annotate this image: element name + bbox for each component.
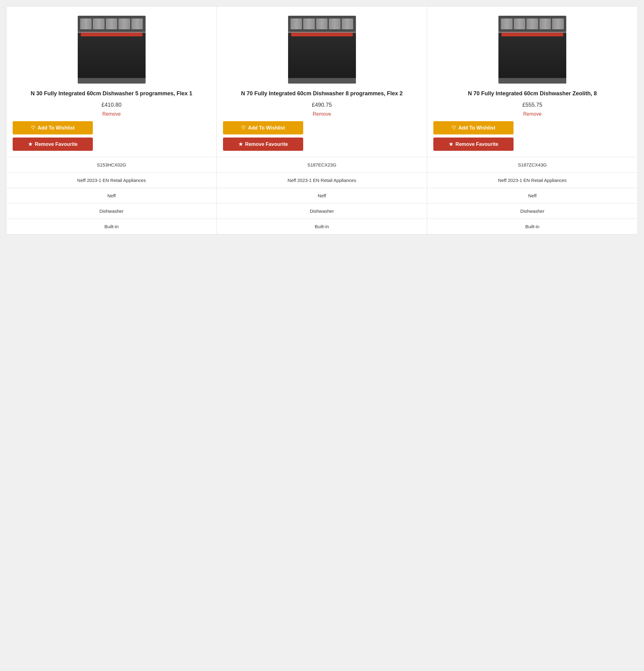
heart-icon: ♡ bbox=[31, 125, 35, 131]
star-icon: ★ bbox=[449, 141, 453, 147]
brand-row: Neff bbox=[7, 188, 216, 203]
dishwasher-handle bbox=[502, 33, 563, 36]
product-image-container bbox=[217, 7, 427, 87]
product-info: N 70 Fully Integrated 60cm Dishwasher 8 … bbox=[217, 87, 427, 157]
wishlist-label: Add To Wishlist bbox=[248, 125, 285, 131]
product-title: N 70 Fully Integrated 60cm Dishwasher Ze… bbox=[433, 90, 631, 98]
type-row: Built-in bbox=[217, 219, 427, 234]
remove-fav-label: Remove Favourite bbox=[35, 141, 78, 147]
star-icon: ★ bbox=[238, 141, 243, 147]
rack-item bbox=[552, 18, 564, 29]
dishwasher-bottom-bar bbox=[498, 78, 566, 84]
details-section: S153HCX02G Neff 2023-1 EN Retail Applian… bbox=[7, 157, 216, 234]
remove-link[interactable]: Remove bbox=[433, 111, 631, 117]
dishwasher-top bbox=[288, 16, 356, 33]
product-price: £555.75 bbox=[433, 102, 631, 108]
rack-item bbox=[80, 18, 92, 29]
remove-link[interactable]: Remove bbox=[13, 111, 210, 117]
dishwasher-handle bbox=[81, 33, 142, 36]
rack-item bbox=[514, 18, 526, 29]
wishlist-label: Add To Wishlist bbox=[38, 125, 75, 131]
wishlist-label: Add To Wishlist bbox=[458, 125, 495, 131]
sku-row: S187ZCX43G bbox=[427, 157, 637, 173]
category-row: Dishwasher bbox=[217, 203, 427, 219]
star-icon: ★ bbox=[28, 141, 33, 147]
rack-item bbox=[501, 18, 513, 29]
dishwasher-door bbox=[78, 37, 146, 84]
heart-icon: ♡ bbox=[452, 125, 456, 131]
remove-favourite-button[interactable]: ★ Remove Favourite bbox=[433, 138, 514, 151]
dishwasher-door bbox=[498, 37, 566, 84]
brand-row: Neff bbox=[217, 188, 427, 203]
rack-item bbox=[329, 18, 341, 29]
product-price: £490.75 bbox=[223, 102, 421, 108]
category-row: Dishwasher bbox=[7, 203, 216, 219]
dishwasher-door bbox=[288, 37, 356, 84]
rack-item bbox=[93, 18, 104, 29]
remove-link[interactable]: Remove bbox=[223, 111, 421, 117]
product-card-3: N 70 Fully Integrated 60cm Dishwasher Ze… bbox=[427, 7, 637, 234]
add-to-wishlist-button[interactable]: ♡ Add To Wishlist bbox=[433, 121, 514, 135]
product-image bbox=[498, 16, 566, 84]
dishwasher-top bbox=[498, 16, 566, 33]
product-price: £410.80 bbox=[13, 102, 210, 108]
category-row: Dishwasher bbox=[427, 203, 637, 219]
catalog-row: Neff 2023-1 EN Retail Appliances bbox=[217, 173, 427, 188]
add-to-wishlist-button[interactable]: ♡ Add To Wishlist bbox=[223, 121, 303, 135]
type-row: Built-in bbox=[7, 219, 216, 234]
details-section: S187ZCX43G Neff 2023-1 EN Retail Applian… bbox=[427, 157, 637, 234]
product-image bbox=[78, 16, 146, 84]
rack-item bbox=[303, 18, 315, 29]
rack-item bbox=[316, 18, 328, 29]
rack-item bbox=[291, 18, 302, 29]
dishwasher-bottom-bar bbox=[288, 78, 356, 84]
rack-item bbox=[106, 18, 117, 29]
add-to-wishlist-button[interactable]: ♡ Add To Wishlist bbox=[13, 121, 93, 135]
product-info: N 70 Fully Integrated 60cm Dishwasher Ze… bbox=[427, 87, 637, 157]
product-card-1: N 30 Fully Integrated 60cm Dishwasher 5 … bbox=[7, 7, 217, 234]
product-image-container bbox=[7, 7, 216, 87]
dishwasher-top bbox=[78, 16, 146, 33]
remove-fav-label: Remove Favourite bbox=[245, 141, 288, 147]
rack-item bbox=[540, 18, 551, 29]
rack-item bbox=[131, 18, 143, 29]
heart-icon: ♡ bbox=[241, 125, 245, 131]
product-grid: N 30 Fully Integrated 60cm Dishwasher 5 … bbox=[6, 6, 638, 235]
remove-fav-label: Remove Favourite bbox=[456, 141, 498, 147]
product-card-2: N 70 Fully Integrated 60cm Dishwasher 8 … bbox=[217, 7, 427, 234]
product-title: N 70 Fully Integrated 60cm Dishwasher 8 … bbox=[223, 90, 421, 98]
rack-item bbox=[118, 18, 130, 29]
dishwasher-handle bbox=[291, 33, 353, 36]
type-row: Built-in bbox=[427, 219, 637, 234]
product-image-container bbox=[427, 7, 637, 87]
sku-row: S153HCX02G bbox=[7, 157, 216, 173]
dishwasher-bottom-bar bbox=[78, 78, 146, 84]
catalog-row: Neff 2023-1 EN Retail Appliances bbox=[7, 173, 216, 188]
brand-row: Neff bbox=[427, 188, 637, 203]
product-image bbox=[288, 16, 356, 84]
details-section: S187ECX23G Neff 2023-1 EN Retail Applian… bbox=[217, 157, 427, 234]
sku-row: S187ECX23G bbox=[217, 157, 427, 173]
product-info: N 30 Fully Integrated 60cm Dishwasher 5 … bbox=[7, 87, 216, 157]
product-title: N 30 Fully Integrated 60cm Dishwasher 5 … bbox=[13, 90, 210, 98]
remove-favourite-button[interactable]: ★ Remove Favourite bbox=[223, 138, 303, 151]
catalog-row: Neff 2023-1 EN Retail Appliances bbox=[427, 173, 637, 188]
remove-favourite-button[interactable]: ★ Remove Favourite bbox=[13, 138, 93, 151]
rack-item bbox=[342, 18, 353, 29]
rack-item bbox=[527, 18, 538, 29]
